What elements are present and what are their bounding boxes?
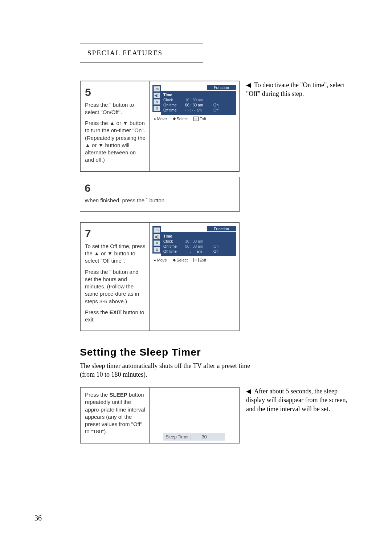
step-7-text: 7 To set the Off time, press the ▲ or ▼ …: [81, 223, 150, 331]
speaker-icon: ◀)): [154, 234, 160, 239]
step-5-osd: ▭ ◀)) ✕ ⚙ Function Time Clock10 : 30 am: [150, 81, 239, 171]
updown-icon: ♦: [154, 117, 156, 121]
sleep-step-p: Press the SLEEP button repeatedly until …: [85, 391, 146, 436]
pointer-left-icon: ◀: [246, 81, 251, 89]
updown-icon: ♦: [154, 258, 156, 262]
tool-icon: ✕: [154, 99, 160, 105]
note-sleep: ◀After about 5 seconds, the sleep displa…: [246, 387, 348, 413]
step-7-osd: ▭ ◀)) ✕ ⚙ Function Time Clock10 : 30 am: [150, 223, 239, 331]
note-step-5: ◀To deactivate the "On time", select "Of…: [246, 81, 348, 98]
osd-title: Time: [163, 92, 234, 97]
step-7-p2: Press the ˆ button and set the hours and…: [85, 268, 146, 305]
step-6-p1: When finished, press the ˆ button .: [85, 197, 236, 204]
settings-icon: ⚙: [154, 106, 160, 111]
sleep-intro: The sleep timer automatically shuts off …: [80, 362, 261, 379]
exit-icon: III: [193, 258, 199, 262]
sleep-step-text: Press the SLEEP button repeatedly until …: [81, 388, 150, 443]
sleep-timer-bar: Sleep Timer : 30: [163, 433, 225, 441]
osd-sidebar-7: ▭ ◀)) ✕ ⚙: [152, 226, 161, 254]
leftright-icon: ◆: [173, 116, 176, 121]
step-5-p1: Press the ˆ button to select "On/Off".: [85, 101, 146, 116]
step-7-p1: To set the Off time, press the ▲ or ▼ bu…: [85, 243, 146, 265]
osd-function-label: Function: [207, 226, 236, 231]
sleep-osd: Sleep Timer : 30: [150, 388, 239, 443]
osd-panel-7: Time Clock10 : 30 am On time06 : 30 amOn…: [161, 232, 236, 256]
highlight-icon: ▭: [154, 227, 160, 233]
exit-icon: III: [193, 117, 199, 121]
step-7-number: 7: [85, 226, 146, 241]
osd-sidebar: ▭ ◀)) ✕ ⚙: [152, 85, 161, 112]
settings-icon: ⚙: [154, 247, 160, 252]
pointer-left-icon: ◀: [246, 388, 251, 395]
section-header-box: SPECIAL FEATURES: [80, 44, 203, 62]
speaker-icon: ◀)): [154, 93, 160, 98]
osd-function-label: Function: [207, 85, 236, 90]
osd-controls: ♦ Move ◆ Select III Exit: [152, 116, 236, 121]
highlight-icon: ▭: [154, 86, 160, 92]
step-6-number: 6: [85, 181, 236, 196]
sleep-timer-value: 30: [202, 434, 207, 439]
section-header: SPECIAL FEATURES: [87, 49, 196, 57]
step-5-box: 5 Press the ˆ button to select "On/Off".…: [80, 81, 240, 172]
step-7-p3: Press the EXIT button to exit.: [85, 309, 146, 324]
step-5-number: 5: [85, 85, 146, 100]
step-6-text: 6 When finished, press the ˆ button .: [80, 177, 239, 212]
step-5-p2: Press the ▲ or ▼ button to turn the on-t…: [85, 119, 146, 164]
osd-title: Time: [163, 233, 234, 239]
tool-icon: ✕: [154, 240, 160, 246]
page-number: 36: [34, 514, 42, 522]
sleep-heading: Setting the Sleep Timer: [80, 347, 359, 358]
sleep-step-box: Press the SLEEP button repeatedly until …: [80, 387, 240, 443]
leftright-icon: ◆: [173, 258, 176, 262]
osd-controls-7: ♦ Move ◆ Select III Exit: [152, 258, 236, 262]
step-5-text: 5 Press the ˆ button to select "On/Off".…: [81, 81, 150, 171]
step-7-box: 7 To set the Off time, press the ▲ or ▼ …: [80, 222, 240, 331]
step-6-box: 6 When finished, press the ˆ button .: [80, 177, 240, 212]
osd-panel: Time Clock10 : 30 am On time06 : 30 amOn…: [161, 91, 236, 115]
